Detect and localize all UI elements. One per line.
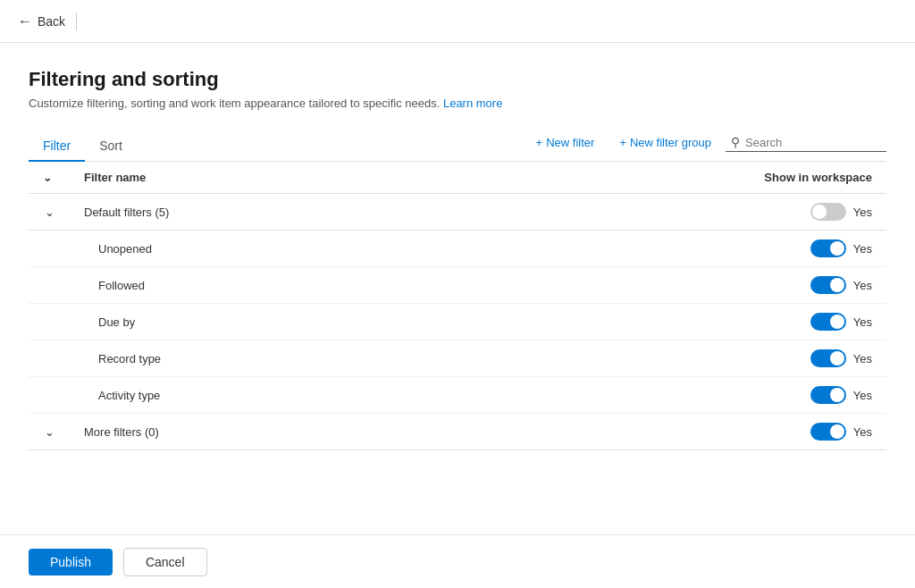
group-name: Default filters (5)	[70, 194, 708, 231]
cancel-button[interactable]: Cancel	[123, 548, 207, 576]
item-name: Due by	[70, 304, 708, 340]
group-toggle-label: Yes	[853, 425, 872, 439]
item-toggle[interactable]	[810, 349, 846, 367]
group-toggle-cell: Yes	[708, 414, 886, 450]
item-toggle[interactable]	[810, 386, 846, 404]
filter-table-body: ⌄ Default filters (5) Yes Unopened	[29, 194, 886, 450]
new-filter-group-button[interactable]: + New filter group	[609, 131, 722, 154]
tab-sort[interactable]: Sort	[85, 131, 137, 162]
back-link[interactable]: ← Back	[18, 13, 65, 29]
item-toggle-cell: Yes	[708, 304, 886, 340]
learn-more-link[interactable]: Learn more	[443, 97, 502, 110]
item-name: Followed	[70, 267, 708, 304]
item-name: Activity type	[70, 377, 708, 414]
item-indent	[29, 377, 70, 414]
item-toggle[interactable]	[810, 239, 846, 257]
sort-icon: ⌄	[43, 172, 52, 184]
item-toggle-cell: Yes	[708, 267, 886, 304]
item-indent	[29, 267, 70, 304]
group-name: More filters (0)	[70, 414, 708, 450]
th-filter-name: Filter name	[70, 162, 708, 194]
group-chevron[interactable]: ⌄	[29, 194, 70, 231]
table-row: ⌄ Default filters (5) Yes	[29, 194, 886, 231]
item-indent	[29, 340, 70, 377]
search-input[interactable]	[745, 136, 870, 149]
table-header-row: ⌄ Filter name Show in workspace	[29, 162, 886, 194]
item-toggle-label: Yes	[853, 315, 872, 329]
item-toggle-cell: Yes	[708, 340, 886, 377]
top-bar: ← Back	[0, 0, 915, 43]
search-icon: ⚲	[731, 135, 740, 149]
group-toggle[interactable]	[810, 423, 846, 441]
item-toggle[interactable]	[810, 276, 846, 294]
tabs-container: Filter Sort + New filter + New filter gr…	[29, 131, 886, 162]
filter-table: ⌄ Filter name Show in workspace ⌄ Defaul…	[29, 162, 886, 450]
tab-actions: + New filter + New filter group ⚲	[525, 131, 886, 161]
item-indent	[29, 231, 70, 267]
group-toggle-label: Yes	[853, 206, 872, 219]
th-show-workspace: Show in workspace	[708, 162, 886, 194]
group-toggle-cell: Yes	[708, 194, 886, 231]
back-label: Back	[38, 14, 65, 29]
footer: Publish Cancel	[0, 534, 915, 588]
item-indent	[29, 304, 70, 340]
search-container: ⚲	[726, 133, 886, 152]
item-toggle-label: Yes	[853, 352, 872, 365]
item-toggle-label: Yes	[853, 242, 872, 256]
table-row: Followed Yes	[29, 267, 886, 304]
item-toggle-cell: Yes	[708, 377, 886, 414]
subtitle-text: Customize filtering, sorting and work it…	[29, 97, 440, 110]
table-row: Unopened Yes	[29, 231, 886, 267]
group-toggle[interactable]	[810, 203, 846, 221]
table-row: ⌄ More filters (0) Yes	[29, 414, 886, 450]
table-row: Record type Yes	[29, 340, 886, 377]
group-chevron[interactable]: ⌄	[29, 414, 70, 450]
item-toggle-label: Yes	[853, 279, 872, 292]
plus-icon: +	[536, 136, 543, 149]
item-toggle-label: Yes	[853, 389, 872, 402]
item-toggle[interactable]	[810, 313, 846, 331]
nav-divider	[76, 13, 77, 30]
item-name: Unopened	[70, 231, 708, 267]
page-subtitle: Customize filtering, sorting and work it…	[29, 97, 886, 110]
back-arrow-icon: ←	[18, 13, 32, 29]
tab-filter[interactable]: Filter	[29, 131, 85, 162]
publish-button[interactable]: Publish	[29, 549, 113, 575]
page-title: Filtering and sorting	[29, 68, 886, 91]
table-row: Due by Yes	[29, 304, 886, 340]
plus-group-icon: +	[619, 136, 626, 149]
table-row: Activity type Yes	[29, 377, 886, 414]
new-filter-button[interactable]: + New filter	[525, 131, 606, 154]
item-name: Record type	[70, 340, 708, 377]
item-toggle-cell: Yes	[708, 231, 886, 267]
th-sort: ⌄	[29, 162, 70, 194]
main-content: Filtering and sorting Customize filterin…	[0, 43, 915, 450]
